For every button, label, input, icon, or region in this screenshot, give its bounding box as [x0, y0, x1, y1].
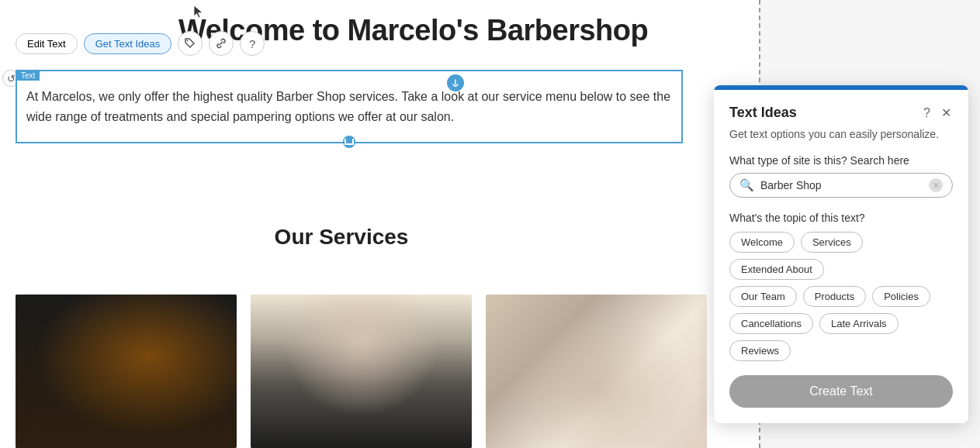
- tags-row-3: Cancellations Late Arrivals Reviews: [729, 313, 953, 361]
- site-type-search-input[interactable]: [760, 179, 929, 191]
- search-input-wrap[interactable]: 🔍 ✕: [729, 173, 953, 198]
- service-image-1: [16, 295, 237, 448]
- topic-label: What's the topic of this text?: [729, 212, 953, 224]
- text-ideas-panel: Text Ideas ? ✕ Get text options you can …: [714, 85, 968, 423]
- download-handle[interactable]: [447, 74, 464, 91]
- tag-late-arrivals[interactable]: Late Arrivals: [819, 313, 899, 334]
- tag-cancellations[interactable]: Cancellations: [729, 313, 813, 334]
- link-icon-button[interactable]: [209, 31, 234, 56]
- create-text-button[interactable]: Create Text: [729, 375, 953, 408]
- editor-area: Edit Text Get Text Ideas ? Welcome to Ma…: [0, 0, 760, 448]
- tag-products[interactable]: Products: [803, 286, 866, 307]
- svg-point-0: [187, 40, 189, 42]
- tag-reviews[interactable]: Reviews: [729, 340, 791, 361]
- edit-text-button[interactable]: Edit Text: [16, 33, 78, 54]
- tag-services[interactable]: Services: [801, 232, 863, 253]
- tag-extended-about[interactable]: Extended About: [729, 259, 824, 280]
- tags-row-1: Welcome Services Extended About: [729, 232, 953, 280]
- tag-policies[interactable]: Policies: [872, 286, 930, 307]
- section-title: Our Services: [0, 225, 683, 250]
- panel-close-button[interactable]: ✕: [940, 104, 953, 122]
- toolbar: Edit Text Get Text Ideas ?: [16, 31, 265, 56]
- service-image-2: [251, 295, 472, 448]
- help-icon-button[interactable]: ?: [240, 31, 265, 56]
- tag-icon-button[interactable]: [178, 31, 203, 56]
- image-grid: [16, 295, 707, 448]
- text-block[interactable]: Text At Marcelos, we only offer the high…: [16, 70, 683, 143]
- tag-welcome[interactable]: Welcome: [729, 232, 795, 253]
- service-image-3: [486, 295, 707, 448]
- question-mark-icon: ?: [249, 37, 255, 50]
- tag-our-team[interactable]: Our Team: [729, 286, 797, 307]
- panel-title: Text Ideas: [729, 105, 797, 121]
- text-block-content[interactable]: At Marcelos, we only offer the highest q…: [26, 87, 672, 126]
- clear-search-icon[interactable]: ✕: [929, 178, 943, 192]
- panel-title-row: Text Ideas ? ✕: [729, 104, 953, 122]
- tag-icon: [185, 38, 196, 49]
- search-icon: 🔍: [739, 178, 754, 192]
- link-icon: [216, 38, 227, 49]
- search-label: What type of site is this? Search here: [729, 154, 953, 167]
- get-text-ideas-button[interactable]: Get Text Ideas: [84, 33, 172, 54]
- panel-title-icons: ? ✕: [922, 104, 953, 122]
- download-icon: [452, 79, 459, 87]
- panel-body: Text Ideas ? ✕ Get text options you can …: [714, 90, 968, 423]
- text-block-label: Text: [16, 71, 40, 81]
- resize-handle[interactable]: [343, 136, 355, 148]
- panel-subtitle: Get text options you can easily personal…: [729, 128, 953, 140]
- tags-row-2: Our Team Products Policies: [729, 286, 953, 307]
- panel-help-button[interactable]: ?: [922, 105, 932, 122]
